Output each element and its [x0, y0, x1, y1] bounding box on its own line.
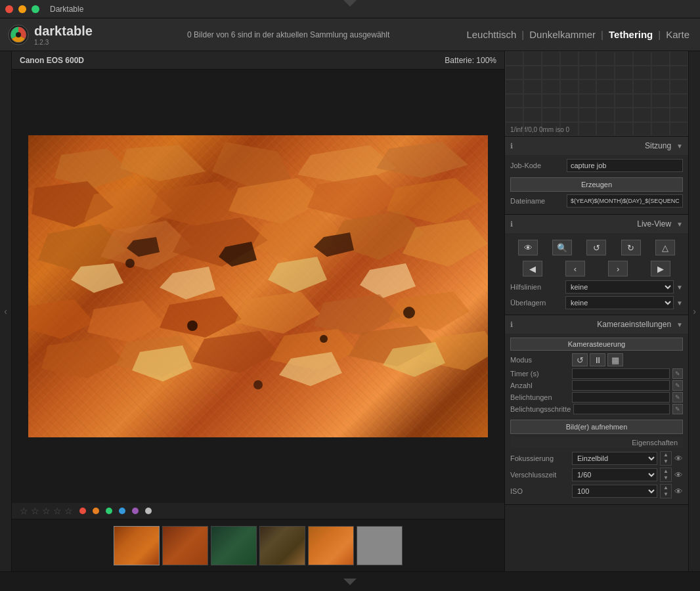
nav-leuchttisch[interactable]: Leuchttisch	[464, 28, 519, 41]
hist-cell	[651, 108, 670, 122]
logo-text: darktable 1.2.3	[34, 24, 93, 46]
iso-up-btn[interactable]: ▲	[661, 485, 671, 491]
iso-select[interactable]: 100	[572, 485, 657, 498]
live-view-header[interactable]: ℹ Live-View ▼	[505, 215, 688, 233]
close-button[interactable]	[5, 5, 13, 13]
filmstrip	[12, 519, 504, 571]
lv-right-arrow-button[interactable]: ▶	[651, 261, 670, 276]
nav-dunkelkammer[interactable]: Dunkelkammer	[527, 28, 598, 41]
texture-overlay	[28, 135, 488, 437]
belichtungsschritte-row: Belichtungsschritte ✎	[510, 404, 683, 414]
hist-cell	[651, 94, 670, 108]
dateiname-input[interactable]	[567, 194, 683, 208]
timer-edit-btn[interactable]: ✎	[672, 368, 683, 379]
fokussierung-select[interactable]: Einzelbild	[572, 452, 657, 465]
thumbnail-3[interactable]	[211, 526, 257, 565]
fokussierung-down-btn[interactable]: ▼	[661, 458, 671, 465]
hilfslinien-dropdown-icon: ▼	[676, 284, 683, 291]
hist-cell	[633, 79, 651, 94]
lv-zoom-button[interactable]: 🔍	[552, 240, 572, 255]
star-4[interactable]: ☆	[53, 506, 62, 516]
top-dropdown-arrow[interactable]	[343, 0, 357, 7]
iso-eye-icon[interactable]: 👁	[674, 487, 683, 496]
lv-next-button[interactable]: ›	[608, 261, 628, 276]
hist-cell	[505, 94, 523, 108]
anzahl-edit-btn[interactable]: ✎	[672, 380, 683, 391]
sitzung-header[interactable]: ℹ Sitzung ▼	[505, 137, 688, 155]
fokussierung-up-btn[interactable]: ▲	[661, 452, 671, 458]
job-kode-input[interactable]	[567, 159, 683, 172]
star-2[interactable]: ☆	[31, 506, 39, 516]
lv-rotate-ccw-button[interactable]: ↺	[586, 240, 606, 255]
kamerasteuerung-button[interactable]: Kamerasteuerung	[510, 338, 683, 351]
color-dot-gray[interactable]	[145, 508, 152, 514]
verschlusszeit-eye-icon[interactable]: 👁	[674, 470, 683, 480]
right-panel: 1/inf f/0,0 0mm iso 0 ℹ Sitzung ▼ Job-Ko…	[504, 51, 688, 571]
lv-rotate-cw-button[interactable]: ↻	[621, 240, 641, 255]
iso-down-btn[interactable]: ▼	[661, 491, 671, 498]
nav-karte[interactable]: Karte	[663, 28, 692, 41]
modus-rotate-btn[interactable]: ↺	[572, 353, 588, 366]
hist-cell	[523, 51, 542, 66]
hist-cell	[505, 79, 523, 94]
main-preview-image	[28, 135, 488, 437]
iso-arrows: ▲ ▼	[660, 484, 672, 498]
hilfslinien-select[interactable]: keine	[565, 280, 674, 294]
nav-tethering[interactable]: Tethering	[606, 28, 655, 41]
thumbnail-5[interactable]	[308, 526, 354, 565]
color-dot-purple[interactable]	[132, 508, 139, 514]
modus-pause-btn[interactable]: ⏸	[590, 353, 605, 366]
thumbnail-6[interactable]	[357, 526, 403, 565]
lv-prev-button[interactable]: ‹	[565, 261, 585, 276]
hist-cell	[579, 79, 597, 94]
lv-triangle-button[interactable]: △	[655, 240, 675, 255]
star-5[interactable]: ☆	[64, 506, 73, 516]
color-dot-orange[interactable]	[93, 508, 99, 514]
maximize-button[interactable]	[32, 5, 39, 13]
kameraeinstellungen-header[interactable]: ℹ Kameraeinstellungen ▼	[505, 315, 688, 334]
aufnehmen-button[interactable]: Bild(er) aufnehmen	[510, 420, 683, 434]
modus-row: Modus ↺ ⏸ ▦	[510, 353, 683, 366]
bottom-dropdown-arrow[interactable]	[343, 579, 357, 585]
thumbnail-2[interactable]	[162, 526, 208, 565]
verschlusszeit-select[interactable]: 1/60	[572, 468, 657, 481]
hist-cell	[505, 108, 523, 122]
belichtungsschritte-edit-btn[interactable]: ✎	[672, 404, 683, 414]
hist-cell	[542, 51, 560, 66]
iso-label: ISO	[510, 487, 569, 495]
left-panel-toggle[interactable]: ‹	[0, 51, 12, 571]
modus-grid-btn[interactable]: ▦	[607, 353, 623, 366]
hist-cell	[615, 79, 633, 94]
ueberlagern-select[interactable]: keine	[565, 296, 674, 309]
lv-left-arrow-button[interactable]: ◀	[523, 261, 542, 276]
job-kode-row: Job-Kode	[510, 159, 683, 172]
thumbnail-4[interactable]	[259, 526, 305, 565]
right-panel-toggle[interactable]: ›	[688, 51, 700, 571]
verschlusszeit-down-btn[interactable]: ▼	[661, 475, 671, 481]
live-view-info-icon: ℹ	[510, 220, 513, 229]
color-dot-blue[interactable]	[119, 508, 125, 514]
color-dot-green[interactable]	[106, 508, 112, 514]
svg-marker-24	[360, 263, 416, 298]
belichtungen-edit-btn[interactable]: ✎	[672, 392, 683, 403]
lv-eye-button[interactable]: 👁	[518, 240, 538, 255]
hist-cell	[560, 108, 579, 122]
svg-point-44	[320, 335, 328, 343]
modus-icons: ↺ ⏸ ▦	[572, 353, 623, 366]
color-dot-red[interactable]	[79, 508, 86, 514]
svg-marker-6	[212, 142, 291, 188]
nav-sep-2: |	[601, 29, 603, 40]
fokussierung-row: Fokussierung Einzelbild ▲ ▼ 👁	[510, 451, 683, 466]
minimize-button[interactable]	[18, 5, 26, 13]
hist-cell	[596, 79, 615, 94]
verschlusszeit-up-btn[interactable]: ▲	[661, 468, 671, 475]
hist-cell	[596, 66, 615, 80]
star-3[interactable]: ☆	[42, 506, 51, 516]
hist-cell	[560, 51, 579, 66]
thumbnail-1[interactable]	[114, 526, 160, 565]
left-panel-arrow: ‹	[4, 306, 7, 317]
star-1[interactable]: ☆	[20, 506, 28, 516]
fokussierung-eye-icon[interactable]: 👁	[674, 454, 683, 464]
hist-cell	[633, 51, 651, 66]
erzeugen-button[interactable]: Erzeugen	[510, 177, 683, 192]
